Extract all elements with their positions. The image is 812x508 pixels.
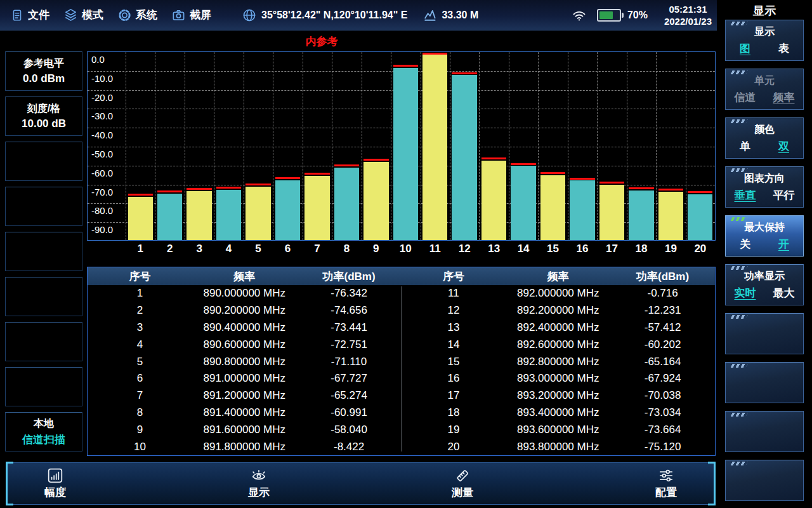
- table-header: 序号 频率 功率(dBm) 序号 频率 功率(dBm): [88, 267, 715, 285]
- table-row: 6891.000000 MHz-67.727: [88, 370, 402, 387]
- table-cell: 1: [88, 287, 192, 300]
- table-row: 5890.800000 MHz-71.110: [88, 353, 402, 370]
- table-row: 12892.200000 MHz-12.231: [402, 302, 716, 319]
- table-cell: 17: [402, 389, 506, 402]
- menu-item-mode[interactable]: 模式: [63, 8, 103, 23]
- layers-icon: [63, 8, 78, 23]
- param-title: 刻度/格: [27, 102, 60, 116]
- bottom-bar: 幅度 显示 测量 配置: [6, 462, 715, 505]
- softkey-placeholder: [5, 322, 82, 361]
- table-row: 13892.400000 MHz-57.412: [402, 319, 716, 337]
- right-bracket-decoration: [708, 462, 716, 505]
- table-cell: 893.400000 MHz: [506, 406, 610, 419]
- max-hold-cap: [334, 164, 359, 166]
- y-axis-label: -90.0: [91, 224, 113, 235]
- date-value: 2022/01/23: [664, 15, 712, 27]
- y-axis-label: -10.0: [91, 73, 113, 84]
- softkey-option[interactable]: 垂直: [735, 188, 756, 203]
- menu-item-label: 文件: [28, 8, 49, 22]
- globe-icon: [242, 8, 257, 23]
- bar: [304, 176, 329, 240]
- right-panel-box-5[interactable]: 功率显示实时最大: [725, 264, 804, 305]
- x-axis-label: 16: [568, 243, 597, 259]
- table-row: 8891.400000 MHz-60.991: [88, 404, 402, 422]
- battery-icon: [597, 9, 624, 22]
- right-panel-box-4[interactable]: 最大保持关开: [725, 215, 804, 257]
- right-panel-box-1[interactable]: 单元信道频率: [725, 69, 804, 110]
- altitude-value: 33.30 M: [442, 10, 478, 21]
- table-cell: -0.716: [610, 287, 715, 300]
- gridline-v: [244, 52, 244, 240]
- max-hold-cap: [570, 178, 594, 180]
- bottom-menu-config[interactable]: 配置: [636, 467, 697, 500]
- menu-item-screenshot[interactable]: 截屏: [171, 8, 211, 23]
- bar: [540, 175, 565, 240]
- table-cell: 892.400000 MHz: [506, 321, 610, 334]
- bottom-menu-amplitude[interactable]: 幅度: [25, 467, 86, 500]
- gps-display: 35°58'12.42" N,120°10'11.94" E: [242, 8, 407, 23]
- corner-stripes-decoration: [730, 413, 747, 417]
- softkey-option[interactable]: 关: [740, 237, 750, 251]
- bar: [334, 168, 359, 240]
- menu-item-label: 系统: [136, 8, 157, 22]
- table-cell: -71.110: [297, 356, 402, 368]
- right-panel-boxes: 显示图表单元信道频率颜色单双图表方向垂直平行最大保持关开功率显示实时最大: [725, 20, 804, 508]
- table-cell: -70.038: [610, 389, 715, 402]
- table-cell: 4: [88, 338, 192, 351]
- softkey-option[interactable]: 表: [778, 41, 789, 56]
- softkey-placeholder: [5, 277, 82, 316]
- softkey-option[interactable]: 图: [740, 41, 750, 56]
- menu-item-file[interactable]: 文件: [10, 8, 49, 23]
- param-box-scale-per-div[interactable]: 刻度/格 10.00 dB: [5, 97, 82, 136]
- table-body: 1890.000000 MHz-76.3422890.200000 MHz-74…: [88, 285, 715, 455]
- corner-stripes-decoration: [730, 119, 747, 123]
- y-axis-label: -80.0: [91, 205, 113, 216]
- softkey-option[interactable]: 开: [778, 237, 789, 251]
- table-cell: 890.800000 MHz: [192, 356, 297, 368]
- header-cell-frequency: 频率: [192, 269, 297, 284]
- x-axis-label: 5: [244, 243, 273, 259]
- softkey-option[interactable]: 平行: [773, 188, 795, 203]
- bar: [452, 75, 476, 240]
- table-cell: 891.000000 MHz: [192, 372, 297, 385]
- table-cell: -60.991: [297, 406, 402, 419]
- softkey-option[interactable]: 双: [778, 139, 789, 154]
- gridline-v: [656, 52, 657, 240]
- x-axis-label: 14: [509, 243, 538, 259]
- x-axis-label: 13: [479, 243, 508, 259]
- table-cell: -75.120: [610, 441, 715, 453]
- bar: [658, 192, 683, 240]
- softkey-option[interactable]: 最大: [773, 286, 795, 300]
- max-hold-cap: [511, 163, 535, 165]
- bottom-menu-display[interactable]: 显示: [228, 467, 289, 500]
- table-cell: -60.202: [610, 338, 715, 351]
- max-hold-cap: [658, 189, 683, 190]
- gridline-v: [479, 52, 480, 240]
- local-mode-box[interactable]: 本地 信道扫描: [5, 412, 82, 451]
- right-panel-box-0[interactable]: 显示图表: [725, 20, 804, 61]
- menu-item-system[interactable]: 系统: [117, 8, 157, 23]
- table-cell: -65.164: [610, 356, 715, 368]
- param-box-ref-level[interactable]: 参考电平 0.0 dBm: [5, 51, 82, 91]
- softkey-placeholder: [5, 367, 82, 406]
- gridline-v: [597, 52, 598, 240]
- right-panel-box-2[interactable]: 颜色单双: [725, 117, 804, 159]
- bottom-menu-label: 幅度: [44, 485, 66, 500]
- table-cell: 890.400000 MHz: [192, 321, 297, 334]
- bottom-menu-measure[interactable]: 测量: [432, 467, 493, 500]
- amplitude-icon: [47, 467, 63, 484]
- table-cell: 892.800000 MHz: [506, 356, 610, 368]
- table-cell: 892.600000 MHz: [506, 338, 610, 351]
- max-hold-cap: [422, 53, 447, 55]
- corner-stripes-decoration: [730, 168, 747, 172]
- softkey-option: 频率: [773, 90, 795, 105]
- softkey-option[interactable]: 单: [740, 139, 750, 154]
- corner-stripes-decoration: [730, 364, 747, 368]
- x-axis-label: 11: [421, 243, 450, 259]
- softkey-option: 信道: [735, 90, 756, 105]
- gridline-v: [126, 52, 126, 240]
- right-panel-box-3[interactable]: 图表方向垂直平行: [725, 166, 804, 208]
- table-row: 10891.800000 MHz-8.422: [88, 438, 402, 455]
- softkey-options: 实时最大: [726, 286, 803, 300]
- softkey-option[interactable]: 实时: [735, 286, 756, 300]
